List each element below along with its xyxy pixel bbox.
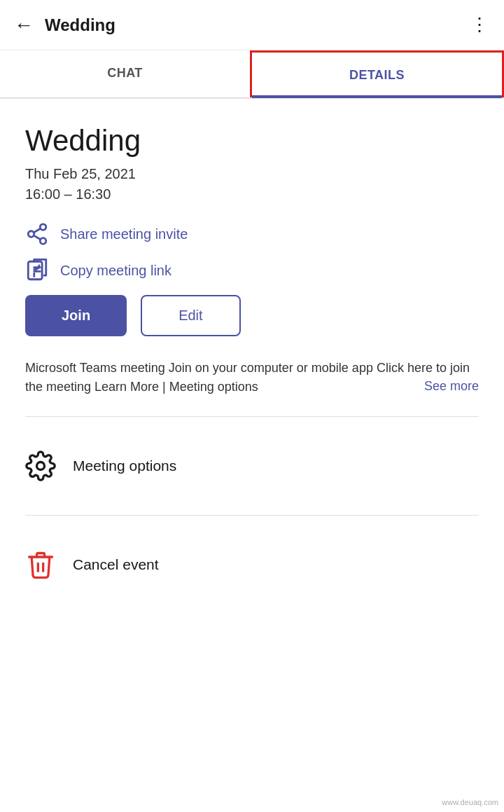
meeting-options-label: Meeting options bbox=[73, 457, 176, 474]
svg-line-4 bbox=[34, 228, 41, 233]
event-date: Thu Feb 25, 2021 bbox=[25, 166, 479, 182]
header-title: Wedding bbox=[45, 15, 115, 35]
header: ← Wedding ⋮ bbox=[0, 0, 504, 50]
gear-icon bbox=[25, 450, 56, 481]
tabs: CHAT DETAILS bbox=[0, 50, 504, 99]
see-more-link[interactable]: See more bbox=[424, 379, 479, 394]
trash-icon bbox=[25, 549, 56, 580]
description-block: Microsoft Teams meeting Join on your com… bbox=[25, 359, 479, 397]
event-time: 16:00 – 16:30 bbox=[25, 186, 479, 202]
share-icon bbox=[25, 222, 49, 246]
edit-button[interactable]: Edit bbox=[141, 295, 240, 336]
content: Wedding Thu Feb 25, 2021 16:00 – 16:30 S… bbox=[0, 99, 504, 619]
divider-2 bbox=[25, 515, 479, 516]
tab-details[interactable]: DETAILS bbox=[250, 50, 504, 97]
watermark: www.deuaq.com bbox=[442, 798, 498, 806]
share-meeting-invite-link[interactable]: Share meeting invite bbox=[25, 222, 479, 246]
copy-meeting-link[interactable]: Copy meeting link bbox=[25, 259, 479, 282]
action-buttons: Join Edit bbox=[25, 295, 479, 336]
cancel-event-label: Cancel event bbox=[73, 556, 159, 573]
svg-line-3 bbox=[34, 235, 41, 240]
share-meeting-label: Share meeting invite bbox=[60, 226, 188, 242]
back-button[interactable]: ← bbox=[14, 15, 34, 35]
event-title: Wedding bbox=[25, 124, 479, 158]
event-description: Microsoft Teams meeting Join on your com… bbox=[25, 361, 470, 394]
svg-point-9 bbox=[37, 462, 45, 470]
cancel-event-item[interactable]: Cancel event bbox=[25, 535, 479, 594]
more-button[interactable]: ⋮ bbox=[470, 20, 490, 29]
meeting-options-item[interactable]: Meeting options bbox=[25, 436, 479, 495]
divider-1 bbox=[25, 416, 479, 417]
join-button[interactable]: Join bbox=[25, 295, 127, 336]
copy-meeting-label: Copy meeting link bbox=[60, 263, 172, 279]
copy-link-icon bbox=[25, 259, 49, 282]
header-left: ← Wedding bbox=[14, 15, 115, 35]
tab-chat[interactable]: CHAT bbox=[0, 50, 250, 97]
